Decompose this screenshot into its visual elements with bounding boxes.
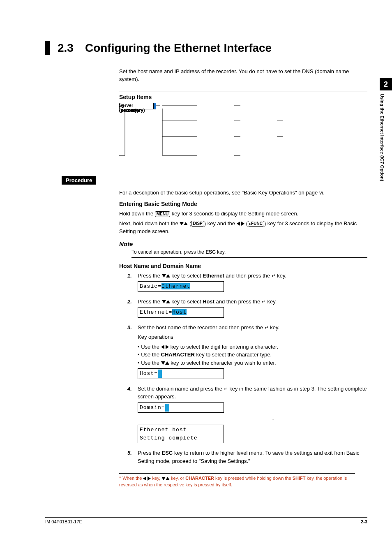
arrow-down-icon: ↓ [179,414,367,422]
step-1: Press the key to select Ethernet and the… [127,272,367,292]
func-key-icon: ▸FUNC [248,221,264,227]
up-icon [184,222,188,225]
section-number: 2.3 [58,41,74,55]
enter-icon: ↵ [272,272,276,280]
enter-icon: ↵ [262,298,266,305]
entering-basic-text: Hold down the MENU key for 3 seconds to … [119,210,367,236]
page-footer: IM 04P01B01-17E 2-3 [45,517,367,524]
down-icon [162,274,166,278]
down-icon [162,300,166,303]
step-2: Press the key to select Host and then pr… [127,298,367,318]
step-5: Press the ESC key to return to the highe… [127,449,367,465]
footer-right: 2-3 [361,519,367,524]
enter-icon: ↵ [224,385,228,393]
footnote: *When the key, key, or CHARACTER key is … [119,473,355,488]
lcd-basic-ethernet: Basic=Ethernet [138,281,224,292]
down-icon [161,361,165,365]
procedure-intro: For a description of the basic setup ope… [119,189,367,197]
left-icon [161,345,164,349]
footer-left: IM 04P01B01-17E [45,519,82,524]
setup-items-diagram: Ethernet End Host Local IP DNS Host Host… [119,103,367,173]
lcd-host: Host= [138,368,224,379]
up-icon [166,300,170,303]
up-icon [165,361,169,365]
setup-items-heading: Setup Items [119,92,367,100]
label-server-secondary: Server (secondary) [119,103,152,113]
down-icon [180,222,184,225]
step-4: Set the domain name and press the ↵ key … [127,385,367,444]
lcd-setting-complete: Ethernet host Setting complete [138,425,224,443]
note-heading: Note [119,240,367,247]
enter-icon: ↵ [265,324,269,331]
intro-paragraph: Set the host name and IP address of the … [119,67,367,83]
lcd-domain: Domain= [138,402,224,413]
entering-basic-heading: Entering Basic Setting Mode [119,201,367,207]
up-icon [166,274,170,278]
section-title: 2.3 Configuring the Ethernet Interface [45,41,367,55]
title-accent [45,41,50,55]
lcd-ethernet-host: Ethernet=Host [138,307,224,318]
left-icon [237,222,240,226]
down-icon [161,477,166,480]
section-heading: Configuring the Ethernet Interface [85,41,272,55]
note-body: To cancel an operation, press the ESC ke… [131,249,367,258]
procedure-heading: Procedure [62,176,96,185]
menu-key-icon: MENU [155,211,170,217]
up-icon [166,477,170,480]
host-domain-heading: Host Name and Domain Name [119,263,367,269]
steps-list: Press the key to select Ethernet and the… [127,272,367,465]
disp-key-icon: DISP [191,221,204,227]
right-icon [241,222,244,226]
step-3: Set the host name of the recorder and th… [127,324,367,379]
left-icon [143,476,146,481]
